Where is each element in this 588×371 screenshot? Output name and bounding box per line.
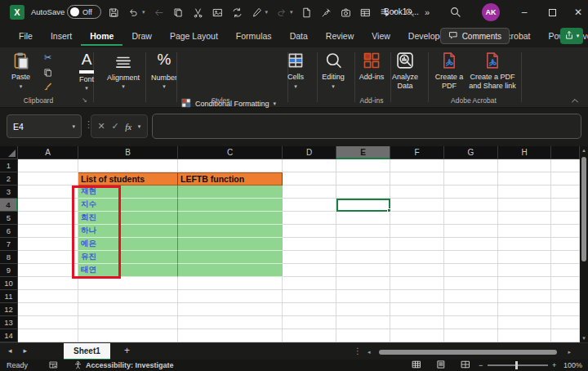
zoom-level[interactable]: 100%: [564, 361, 582, 369]
add-ins-button[interactable]: Add-ins: [356, 51, 387, 82]
search-icon[interactable]: [449, 6, 461, 21]
autosave-toggle[interactable]: Off: [67, 5, 101, 19]
copy-icon[interactable]: [172, 7, 185, 19]
pin-icon[interactable]: [320, 7, 332, 19]
tab-draw[interactable]: Draw: [122, 26, 161, 46]
horizontal-scroll-thumb[interactable]: [379, 350, 557, 355]
spreadsheet-grid[interactable]: ▴ ▾ ABCDEFGH1234567891011121314List of s…: [0, 146, 588, 342]
font-group-button[interactable]: A Font ▾: [70, 51, 103, 92]
picture-icon[interactable]: [212, 7, 224, 19]
table-view-icon[interactable]: [359, 7, 372, 19]
row-header-9[interactable]: 9: [0, 264, 18, 277]
horizontal-scrollbar[interactable]: ◂ ▸: [368, 348, 577, 355]
scroll-up-icon[interactable]: ▴: [582, 146, 586, 154]
row-header-14[interactable]: 14: [0, 329, 18, 342]
camera-icon[interactable]: [340, 7, 352, 19]
header-cell-C2[interactable]: LEFTB function: [178, 172, 283, 186]
data-cell-C4[interactable]: [178, 199, 283, 212]
cut-button[interactable]: ✂: [42, 52, 53, 63]
column-header-C[interactable]: C: [178, 146, 283, 159]
row-header-13[interactable]: 13: [0, 316, 18, 329]
prev-sheet-icon[interactable]: ◂: [8, 346, 12, 355]
undo-icon[interactable]: [127, 7, 140, 19]
qat-overflow-icon[interactable]: »: [425, 7, 430, 17]
analyze-data-button[interactable]: Analyze Data: [384, 51, 426, 90]
clipboard-dialog-launcher-icon[interactable]: ↘: [82, 96, 87, 104]
maximize-button[interactable]: [539, 0, 565, 25]
scroll-right-icon[interactable]: ▸: [568, 348, 572, 356]
minimize-button[interactable]: –: [511, 0, 537, 25]
account-avatar[interactable]: AK: [482, 3, 500, 21]
save-icon[interactable]: [108, 7, 120, 19]
tab-formulas[interactable]: Formulas: [227, 26, 281, 46]
macro-record-icon[interactable]: [49, 360, 59, 370]
copy-button[interactable]: [42, 67, 53, 78]
normal-view-icon[interactable]: [412, 360, 421, 371]
share-button[interactable]: ▾: [560, 28, 583, 44]
create-pdf-share-button[interactable]: Create a PDF and Share link: [469, 51, 516, 90]
zoom-in-button[interactable]: +: [552, 361, 556, 369]
row-header-5[interactable]: 5: [0, 212, 18, 225]
data-cell-C5[interactable]: [178, 212, 283, 225]
row-header-2[interactable]: 2: [0, 172, 18, 186]
redo-icon[interactable]: [275, 7, 287, 19]
row-header-7[interactable]: 7: [0, 238, 18, 251]
cells-group-button[interactable]: Cells ▾: [281, 51, 310, 90]
row-header-11[interactable]: 11: [0, 290, 18, 303]
formula-input[interactable]: [152, 114, 581, 139]
data-cell-C9[interactable]: [178, 264, 283, 277]
column-header-partial[interactable]: [551, 146, 580, 159]
column-header-G[interactable]: G: [444, 146, 498, 159]
format-painter-button[interactable]: [42, 82, 53, 92]
sheetbar-grip-icon[interactable]: ⋮: [354, 346, 362, 355]
accessibility-status[interactable]: Accessibility: Investigate: [74, 360, 174, 371]
sheet-tab[interactable]: Sheet1: [64, 343, 110, 360]
tab-page-layout[interactable]: Page Layout: [161, 26, 227, 46]
tab-insert[interactable]: Insert: [42, 26, 81, 46]
scroll-down-icon[interactable]: ▾: [582, 334, 586, 342]
ink-icon[interactable]: [251, 7, 263, 19]
name-box[interactable]: E4 ▾: [7, 114, 82, 138]
data-cell-C3[interactable]: [178, 186, 283, 199]
excel-logo-icon[interactable]: X: [10, 5, 24, 20]
row-header-8[interactable]: 8: [0, 251, 18, 264]
zoom-out-button[interactable]: −: [479, 361, 483, 369]
data-cell-C6[interactable]: [178, 225, 283, 238]
tab-view[interactable]: View: [363, 26, 399, 46]
page-layout-view-icon[interactable]: [436, 360, 446, 371]
replace-icon[interactable]: [231, 7, 243, 19]
document-title[interactable]: Book1 -...: [384, 7, 419, 16]
paste-button[interactable]: Paste ▾: [11, 51, 30, 90]
back-icon[interactable]: [153, 7, 165, 19]
number-group-button[interactable]: % Number ▾: [149, 51, 180, 90]
close-button[interactable]: ✕: [565, 0, 588, 25]
editing-group-button[interactable]: Editing ▾: [317, 51, 350, 90]
column-header-D[interactable]: D: [283, 146, 336, 159]
fill-handle[interactable]: [387, 208, 391, 212]
row-header-6[interactable]: 6: [0, 225, 18, 238]
collapse-ribbon-icon[interactable]: [570, 94, 580, 104]
column-header-A[interactable]: A: [18, 146, 78, 159]
cancel-icon[interactable]: ✕: [98, 121, 105, 132]
row-header-4[interactable]: 4: [0, 199, 18, 212]
row-header-12[interactable]: 12: [0, 303, 18, 316]
comments-button[interactable]: Comments: [440, 28, 510, 44]
add-sheet-button[interactable]: +: [124, 345, 130, 356]
alignment-group-button[interactable]: Alignment ▾: [105, 51, 142, 90]
tab-review[interactable]: Review: [317, 26, 363, 46]
column-header-B[interactable]: B: [78, 146, 178, 159]
zoom-slider[interactable]: [488, 364, 548, 366]
vertical-scrollbar[interactable]: ▴ ▾: [580, 146, 588, 342]
new-file-icon[interactable]: [301, 7, 313, 19]
page-break-view-icon[interactable]: [461, 360, 470, 371]
active-cell-E4[interactable]: [336, 199, 390, 212]
column-header-E[interactable]: E: [336, 146, 390, 159]
insert-function-icon[interactable]: fx: [125, 122, 131, 132]
next-sheet-icon[interactable]: ▸: [24, 346, 28, 355]
zoom-slider-thumb[interactable]: [515, 361, 518, 369]
data-cell-C7[interactable]: [178, 238, 283, 251]
row-header-3[interactable]: 3: [0, 186, 18, 199]
create-pdf-button[interactable]: Create a PDF: [431, 51, 467, 90]
tab-file[interactable]: File: [10, 26, 42, 46]
data-cell-C8[interactable]: [178, 251, 283, 264]
